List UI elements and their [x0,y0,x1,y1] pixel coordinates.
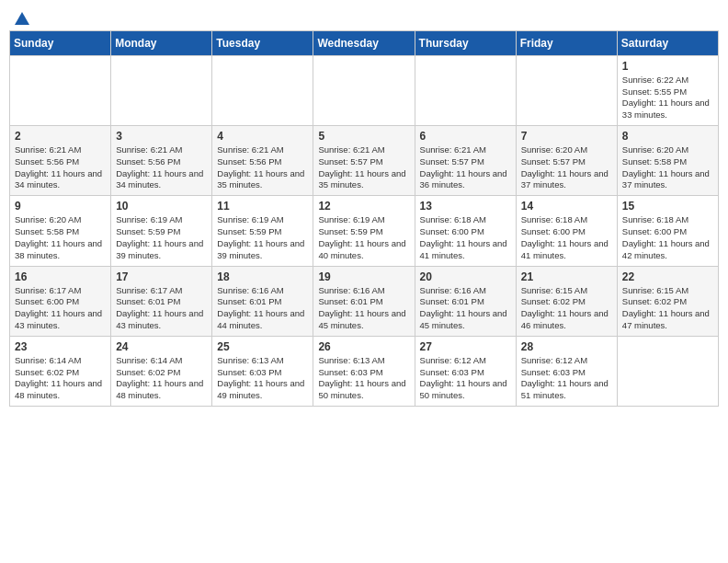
day-number: 20 [420,270,511,283]
day-info: Sunrise: 6:22 AM Sunset: 5:55 PM Dayligh… [622,75,713,121]
day-number: 25 [217,340,308,353]
weekday-header-tuesday: Tuesday [212,30,313,55]
calendar-day-cell: 5Sunrise: 6:21 AM Sunset: 5:57 PM Daylig… [313,126,415,196]
day-info: Sunrise: 6:13 AM Sunset: 6:03 PM Dayligh… [217,355,308,402]
day-number: 6 [420,130,511,143]
logo [13,9,31,23]
day-info: Sunrise: 6:19 AM Sunset: 5:59 PM Dayligh… [318,214,409,261]
day-number: 17 [116,270,207,283]
calendar-day-cell: 12Sunrise: 6:19 AM Sunset: 5:59 PM Dayli… [313,196,415,266]
calendar-day-cell: 25Sunrise: 6:13 AM Sunset: 6:03 PM Dayli… [212,336,313,406]
day-number: 16 [15,270,106,283]
day-number: 8 [622,130,713,143]
calendar-day-cell: 17Sunrise: 6:17 AM Sunset: 6:01 PM Dayli… [111,266,212,336]
day-info: Sunrise: 6:21 AM Sunset: 5:56 PM Dayligh… [217,144,308,191]
calendar-day-cell [212,55,313,125]
day-number: 13 [420,200,511,213]
day-number: 5 [318,130,409,143]
day-number: 1 [622,60,713,73]
calendar-day-cell: 28Sunrise: 6:12 AM Sunset: 6:03 PM Dayli… [516,336,617,406]
calendar-day-cell: 8Sunrise: 6:20 AM Sunset: 5:58 PM Daylig… [617,126,718,196]
day-info: Sunrise: 6:18 AM Sunset: 6:00 PM Dayligh… [622,214,713,261]
day-number: 2 [15,130,106,143]
day-info: Sunrise: 6:16 AM Sunset: 6:01 PM Dayligh… [318,285,409,332]
calendar-day-cell: 27Sunrise: 6:12 AM Sunset: 6:03 PM Dayli… [415,336,516,406]
day-info: Sunrise: 6:16 AM Sunset: 6:01 PM Dayligh… [420,285,511,332]
svg-marker-0 [15,12,29,25]
day-number: 7 [521,130,612,143]
calendar-day-cell: 6Sunrise: 6:21 AM Sunset: 5:57 PM Daylig… [415,126,516,196]
weekday-header-saturday: Saturday [617,30,718,55]
calendar-table: SundayMondayTuesdayWednesdayThursdayFrid… [9,30,719,407]
day-number: 15 [622,200,713,213]
day-number: 24 [116,340,207,353]
day-number: 27 [420,340,511,353]
logo-triangle-icon [13,9,31,27]
day-number: 12 [318,200,409,213]
calendar-day-cell [516,55,617,125]
day-number: 19 [318,270,409,283]
page-header [9,9,719,23]
weekday-header-sunday: Sunday [10,30,111,55]
calendar-day-cell: 11Sunrise: 6:19 AM Sunset: 5:59 PM Dayli… [212,196,313,266]
weekday-header-wednesday: Wednesday [313,30,415,55]
calendar-day-cell: 16Sunrise: 6:17 AM Sunset: 6:00 PM Dayli… [10,266,111,336]
calendar-day-cell: 3Sunrise: 6:21 AM Sunset: 5:56 PM Daylig… [111,126,212,196]
calendar-day-cell: 26Sunrise: 6:13 AM Sunset: 6:03 PM Dayli… [313,336,415,406]
calendar-week-row: 9Sunrise: 6:20 AM Sunset: 5:58 PM Daylig… [10,196,719,266]
calendar-day-cell: 19Sunrise: 6:16 AM Sunset: 6:01 PM Dayli… [313,266,415,336]
calendar-day-cell: 1Sunrise: 6:22 AM Sunset: 5:55 PM Daylig… [617,55,718,125]
day-number: 10 [116,200,207,213]
weekday-header-monday: Monday [111,30,212,55]
day-info: Sunrise: 6:14 AM Sunset: 6:02 PM Dayligh… [116,355,207,402]
day-number: 11 [217,200,308,213]
calendar-week-row: 1Sunrise: 6:22 AM Sunset: 5:55 PM Daylig… [10,55,719,125]
day-number: 3 [116,130,207,143]
day-info: Sunrise: 6:15 AM Sunset: 6:02 PM Dayligh… [622,285,713,332]
day-info: Sunrise: 6:12 AM Sunset: 6:03 PM Dayligh… [521,355,612,402]
day-number: 9 [15,200,106,213]
day-number: 28 [521,340,612,353]
weekday-header-friday: Friday [516,30,617,55]
day-number: 26 [318,340,409,353]
calendar-day-cell: 10Sunrise: 6:19 AM Sunset: 5:59 PM Dayli… [111,196,212,266]
calendar-day-cell [313,55,415,125]
calendar-day-cell: 20Sunrise: 6:16 AM Sunset: 6:01 PM Dayli… [415,266,516,336]
calendar-day-cell: 13Sunrise: 6:18 AM Sunset: 6:00 PM Dayli… [415,196,516,266]
calendar-day-cell: 21Sunrise: 6:15 AM Sunset: 6:02 PM Dayli… [516,266,617,336]
day-info: Sunrise: 6:20 AM Sunset: 5:57 PM Dayligh… [521,144,612,191]
day-info: Sunrise: 6:21 AM Sunset: 5:56 PM Dayligh… [116,144,207,191]
calendar-week-row: 2Sunrise: 6:21 AM Sunset: 5:56 PM Daylig… [10,126,719,196]
calendar-day-cell: 9Sunrise: 6:20 AM Sunset: 5:58 PM Daylig… [10,196,111,266]
day-number: 22 [622,270,713,283]
calendar-day-cell: 23Sunrise: 6:14 AM Sunset: 6:02 PM Dayli… [10,336,111,406]
day-info: Sunrise: 6:18 AM Sunset: 6:00 PM Dayligh… [420,214,511,261]
day-info: Sunrise: 6:13 AM Sunset: 6:03 PM Dayligh… [318,355,409,402]
day-number: 23 [15,340,106,353]
day-info: Sunrise: 6:12 AM Sunset: 6:03 PM Dayligh… [420,355,511,402]
calendar-day-cell: 22Sunrise: 6:15 AM Sunset: 6:02 PM Dayli… [617,266,718,336]
day-info: Sunrise: 6:21 AM Sunset: 5:57 PM Dayligh… [318,144,409,191]
day-info: Sunrise: 6:18 AM Sunset: 6:00 PM Dayligh… [521,214,612,261]
day-number: 14 [521,200,612,213]
calendar-day-cell: 7Sunrise: 6:20 AM Sunset: 5:57 PM Daylig… [516,126,617,196]
calendar-day-cell: 4Sunrise: 6:21 AM Sunset: 5:56 PM Daylig… [212,126,313,196]
calendar-day-cell: 24Sunrise: 6:14 AM Sunset: 6:02 PM Dayli… [111,336,212,406]
day-info: Sunrise: 6:21 AM Sunset: 5:57 PM Dayligh… [420,144,511,191]
day-info: Sunrise: 6:17 AM Sunset: 6:00 PM Dayligh… [15,285,106,332]
day-number: 18 [217,270,308,283]
calendar-day-cell: 15Sunrise: 6:18 AM Sunset: 6:00 PM Dayli… [617,196,718,266]
calendar-day-cell [10,55,111,125]
day-info: Sunrise: 6:15 AM Sunset: 6:02 PM Dayligh… [521,285,612,332]
day-info: Sunrise: 6:19 AM Sunset: 5:59 PM Dayligh… [217,214,308,261]
calendar-day-cell: 2Sunrise: 6:21 AM Sunset: 5:56 PM Daylig… [10,126,111,196]
calendar-day-cell [111,55,212,125]
weekday-header-row: SundayMondayTuesdayWednesdayThursdayFrid… [10,30,719,55]
calendar-day-cell [617,336,718,406]
calendar-day-cell: 14Sunrise: 6:18 AM Sunset: 6:00 PM Dayli… [516,196,617,266]
calendar-week-row: 16Sunrise: 6:17 AM Sunset: 6:00 PM Dayli… [10,266,719,336]
day-info: Sunrise: 6:20 AM Sunset: 5:58 PM Dayligh… [15,214,106,261]
day-info: Sunrise: 6:14 AM Sunset: 6:02 PM Dayligh… [15,355,106,402]
day-info: Sunrise: 6:16 AM Sunset: 6:01 PM Dayligh… [217,285,308,332]
calendar-week-row: 23Sunrise: 6:14 AM Sunset: 6:02 PM Dayli… [10,336,719,406]
